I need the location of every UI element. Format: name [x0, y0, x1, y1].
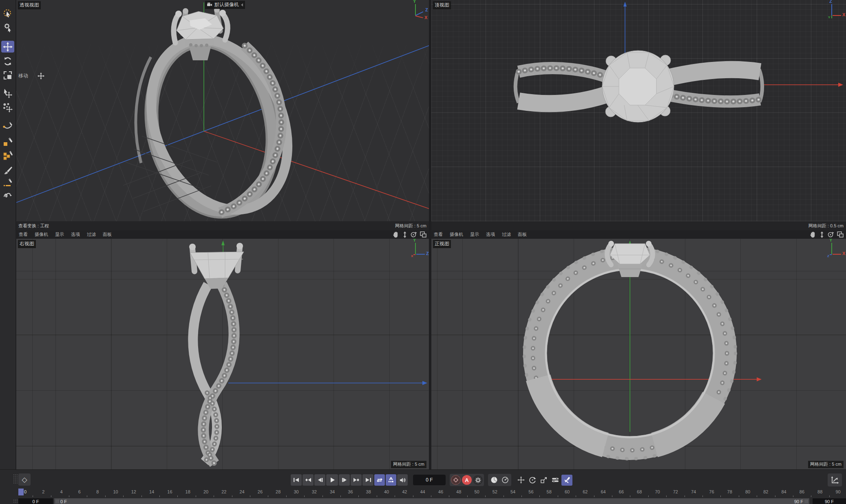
timeline-range-slider[interactable]: 0 F 90 F	[54, 498, 809, 504]
spline-smooth-tool[interactable]	[1, 177, 14, 189]
record-group: A	[450, 474, 484, 486]
keyframe-marker-button[interactable]: ◇	[18, 473, 31, 486]
ruler-tick-19	[196, 495, 196, 497]
range-start-field[interactable]: 0 F	[18, 498, 53, 504]
gizmo-x-label: X	[842, 12, 845, 17]
next-key-button[interactable]	[351, 474, 362, 486]
spline-cubes-tool[interactable]	[1, 149, 14, 161]
prev-frame-button[interactable]	[314, 474, 325, 486]
menu-item-5[interactable]: 面板	[518, 231, 527, 238]
spline-square-tool[interactable]	[1, 136, 14, 148]
multi-transform-tool[interactable]	[1, 101, 14, 113]
menu-item-1[interactable]: 摄像机	[35, 231, 48, 238]
ruler-label-40: 40	[384, 489, 389, 494]
record-keyframe-button[interactable]	[451, 475, 461, 485]
menu-item-4[interactable]: 过滤	[87, 231, 96, 238]
ring-model-perspective	[123, 7, 313, 221]
play-rate-button[interactable]	[500, 475, 510, 485]
key-scale-toggle[interactable]	[539, 475, 549, 485]
viewport-front[interactable]: 正视图 网格间距 : 5 cm Y X Z	[431, 239, 846, 469]
ruler-tick-63	[594, 495, 594, 497]
viewport-right[interactable]: 右视图 网格间距 : 5 cm Y Z X	[16, 239, 429, 469]
menu-item-5[interactable]: 面板	[103, 231, 112, 238]
gizmo-y-label: Y	[413, 239, 416, 242]
keying-settings-button[interactable]	[473, 475, 483, 485]
key-pla-toggle[interactable]	[561, 475, 572, 486]
ruler-label-50: 50	[474, 489, 479, 494]
dolly-icon[interactable]	[819, 231, 824, 238]
ruler-tick-21	[214, 495, 214, 497]
ring-model-top	[515, 51, 762, 122]
scale-tool[interactable]	[1, 69, 14, 81]
key-parameter-toggle[interactable]	[550, 475, 560, 485]
menu-item-4[interactable]: 过滤	[502, 231, 511, 238]
animation-bar: ◇ 0 F A 02468101214161820222426283032343…	[0, 469, 846, 504]
ruler-label-28: 28	[276, 489, 281, 494]
key-position-toggle[interactable]	[516, 475, 526, 485]
keyframe-display-toggle[interactable]	[386, 474, 396, 486]
menu-item-1[interactable]: 摄像机	[450, 231, 463, 238]
tweak-tool[interactable]	[1, 21, 14, 33]
menu-item-3[interactable]: 选项	[71, 231, 80, 238]
ruler-label-58: 58	[547, 489, 552, 494]
ruler-tick-45	[431, 495, 431, 497]
brush-icon	[3, 166, 13, 176]
range-end-field[interactable]: 90 F	[813, 498, 846, 504]
ruler-label-30: 30	[294, 489, 298, 494]
jump-start-button[interactable]	[291, 474, 302, 486]
rotate-icon	[3, 56, 13, 66]
ruler-tick-27	[268, 495, 268, 497]
transform-tool[interactable]	[1, 87, 14, 99]
toggle-views-icon[interactable]	[837, 231, 844, 238]
pan-hand-icon[interactable]	[392, 231, 400, 238]
ruler-label-52: 52	[493, 489, 497, 494]
menu-item-2[interactable]: 显示	[470, 231, 479, 238]
timeline-ruler[interactable]: 0246810121416182022242628303234363840424…	[0, 489, 846, 498]
sketch-tool[interactable]	[1, 189, 14, 201]
viewport-perspective[interactable]: 透视视图 默认摄像机 移动 Y Z X	[16, 0, 429, 221]
prev-key-button[interactable]	[303, 474, 314, 486]
orbit-icon[interactable]	[827, 231, 834, 238]
current-frame-field[interactable]: 0 F	[413, 475, 446, 485]
sound-toggle[interactable]	[397, 474, 408, 486]
camera-icon	[207, 2, 212, 7]
move-tool[interactable]	[1, 41, 14, 53]
brush-tool[interactable]	[1, 165, 14, 176]
status-strip-left: 查看变换 : 工程 网格间距 : 5 cm	[16, 221, 429, 230]
menu-item-0[interactable]: 查看	[434, 231, 443, 238]
drag-grip[interactable]	[13, 499, 18, 504]
slider-grip-right[interactable]	[805, 500, 808, 503]
menu-item-0[interactable]: 查看	[19, 231, 28, 238]
orbit-icon[interactable]	[410, 231, 417, 238]
viewport-top[interactable]: 顶视图 Z X Y	[431, 0, 846, 221]
ruler-label-78: 78	[727, 489, 732, 494]
key-channel-group	[515, 474, 574, 486]
ruler-tick-33	[322, 495, 323, 497]
menu-item-3[interactable]: 选项	[486, 231, 495, 238]
next-frame-button[interactable]	[339, 474, 350, 486]
slider-grip-left[interactable]	[56, 500, 59, 503]
toggle-views-icon[interactable]	[420, 231, 426, 238]
fcurve-mode-button[interactable]	[828, 473, 842, 486]
pan-hand-icon[interactable]	[809, 231, 817, 238]
jump-end-button[interactable]	[362, 474, 373, 486]
live-selection-tool[interactable]	[1, 7, 14, 19]
key-rotation-toggle[interactable]	[527, 475, 537, 485]
loop-toggle[interactable]	[374, 474, 385, 486]
play-button[interactable]	[326, 474, 338, 486]
ruler-label-64: 64	[601, 489, 605, 494]
spline-pen-tool[interactable]	[1, 120, 14, 132]
ruler-label-6: 6	[78, 489, 81, 494]
dolly-icon[interactable]	[402, 231, 407, 238]
rotate-tool[interactable]	[1, 55, 14, 67]
camera-label-chip[interactable]: 默认摄像机	[205, 1, 245, 9]
autokey-letter: A	[465, 477, 468, 483]
ruler-tick-3	[51, 495, 51, 497]
camera-prev-arrow[interactable]	[241, 3, 243, 7]
pen-dash-icon	[3, 178, 13, 188]
menu-items: 查看摄像机显示选项过滤面板	[19, 231, 112, 238]
menu-item-2[interactable]: 显示	[55, 231, 64, 238]
record-objects-toggle[interactable]	[489, 475, 499, 485]
autokey-toggle[interactable]: A	[462, 475, 472, 485]
drag-grip[interactable]	[13, 474, 18, 484]
